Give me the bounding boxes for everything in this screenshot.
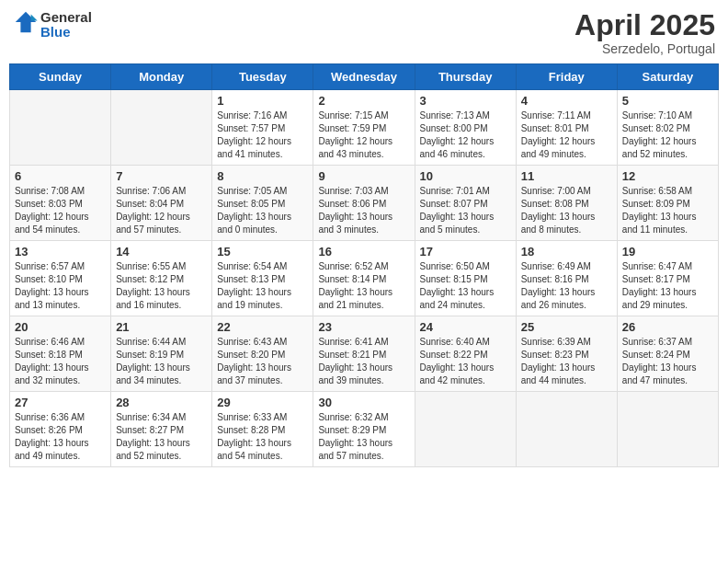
day-number: 27 (15, 396, 106, 409)
calendar-week-row: 20Sunrise: 6:46 AM Sunset: 8:18 PM Dayli… (10, 316, 719, 392)
day-info: Sunrise: 7:00 AM Sunset: 8:08 PM Dayligh… (521, 185, 612, 236)
calendar-cell (10, 90, 111, 166)
calendar-cell: 29Sunrise: 6:33 AM Sunset: 8:28 PM Dayli… (212, 392, 313, 467)
calendar-header-row: SundayMondayTuesdayWednesdayThursdayFrid… (10, 64, 719, 90)
day-info: Sunrise: 6:36 AM Sunset: 8:26 PM Dayligh… (15, 411, 106, 463)
weekday-header-tuesday: Tuesday (212, 64, 313, 90)
day-number: 7 (116, 169, 207, 183)
logo: General Blue (13, 9, 92, 40)
day-info: Sunrise: 6:32 AM Sunset: 8:29 PM Dayligh… (318, 411, 409, 463)
day-number: 15 (217, 245, 308, 259)
calendar-cell: 27Sunrise: 6:36 AM Sunset: 8:26 PM Dayli… (10, 392, 111, 467)
calendar-cell: 12Sunrise: 6:58 AM Sunset: 8:09 PM Dayli… (617, 166, 718, 241)
day-info: Sunrise: 6:55 AM Sunset: 8:12 PM Dayligh… (116, 260, 207, 312)
day-number: 2 (318, 94, 409, 108)
calendar-cell: 30Sunrise: 6:32 AM Sunset: 8:29 PM Dayli… (313, 392, 415, 467)
day-number: 30 (318, 396, 409, 409)
weekday-header-saturday: Saturday (617, 64, 718, 90)
day-number: 1 (217, 94, 308, 108)
day-info: Sunrise: 6:33 AM Sunset: 8:28 PM Dayligh… (217, 411, 308, 463)
calendar-cell: 15Sunrise: 6:54 AM Sunset: 8:13 PM Dayli… (212, 241, 313, 316)
day-info: Sunrise: 6:44 AM Sunset: 8:19 PM Dayligh… (116, 336, 207, 387)
day-number: 9 (318, 169, 409, 183)
day-number: 3 (420, 94, 511, 108)
calendar-cell: 19Sunrise: 6:47 AM Sunset: 8:17 PM Dayli… (617, 241, 718, 316)
day-number: 10 (420, 169, 511, 183)
day-number: 12 (622, 169, 713, 183)
day-info: Sunrise: 7:16 AM Sunset: 7:57 PM Dayligh… (217, 109, 308, 161)
svg-marker-0 (16, 12, 36, 32)
day-number: 23 (318, 320, 409, 334)
day-info: Sunrise: 7:01 AM Sunset: 8:07 PM Dayligh… (420, 185, 511, 236)
day-info: Sunrise: 6:47 AM Sunset: 8:17 PM Dayligh… (622, 260, 713, 312)
calendar-cell: 20Sunrise: 6:46 AM Sunset: 8:18 PM Dayli… (10, 316, 111, 392)
day-number: 5 (622, 94, 713, 108)
day-info: Sunrise: 6:46 AM Sunset: 8:18 PM Dayligh… (15, 336, 106, 387)
day-info: Sunrise: 7:10 AM Sunset: 8:02 PM Dayligh… (622, 109, 713, 161)
calendar-cell: 23Sunrise: 6:41 AM Sunset: 8:21 PM Dayli… (313, 316, 415, 392)
calendar-table: SundayMondayTuesdayWednesdayThursdayFrid… (9, 63, 719, 467)
logo-icon (13, 9, 39, 35)
logo-text-blue: Blue (40, 25, 92, 40)
day-number: 18 (521, 245, 612, 259)
weekday-header-thursday: Thursday (415, 64, 516, 90)
day-info: Sunrise: 7:05 AM Sunset: 8:05 PM Dayligh… (217, 185, 308, 236)
day-info: Sunrise: 7:08 AM Sunset: 8:03 PM Dayligh… (15, 185, 106, 236)
calendar-cell: 13Sunrise: 6:57 AM Sunset: 8:10 PM Dayli… (10, 241, 111, 316)
day-number: 8 (217, 169, 308, 183)
calendar-week-row: 27Sunrise: 6:36 AM Sunset: 8:26 PM Dayli… (10, 392, 719, 467)
day-number: 13 (15, 245, 106, 259)
day-info: Sunrise: 6:52 AM Sunset: 8:14 PM Dayligh… (318, 260, 409, 312)
day-number: 17 (420, 245, 511, 259)
day-info: Sunrise: 6:54 AM Sunset: 8:13 PM Dayligh… (217, 260, 308, 312)
calendar-cell: 22Sunrise: 6:43 AM Sunset: 8:20 PM Dayli… (212, 316, 313, 392)
calendar-week-row: 1Sunrise: 7:16 AM Sunset: 7:57 PM Daylig… (10, 90, 719, 166)
day-number: 14 (116, 245, 207, 259)
calendar-week-row: 6Sunrise: 7:08 AM Sunset: 8:03 PM Daylig… (10, 166, 719, 241)
calendar-cell: 3Sunrise: 7:13 AM Sunset: 8:00 PM Daylig… (415, 90, 516, 166)
day-info: Sunrise: 6:41 AM Sunset: 8:21 PM Dayligh… (318, 336, 409, 387)
day-info: Sunrise: 7:03 AM Sunset: 8:06 PM Dayligh… (318, 185, 409, 236)
location-subtitle: Serzedelo, Portugal (574, 41, 715, 56)
calendar-cell: 4Sunrise: 7:11 AM Sunset: 8:01 PM Daylig… (516, 90, 617, 166)
day-number: 22 (217, 320, 308, 334)
calendar-cell: 10Sunrise: 7:01 AM Sunset: 8:07 PM Dayli… (415, 166, 516, 241)
calendar-cell: 17Sunrise: 6:50 AM Sunset: 8:15 PM Dayli… (415, 241, 516, 316)
day-info: Sunrise: 6:39 AM Sunset: 8:23 PM Dayligh… (521, 336, 612, 387)
calendar-cell: 25Sunrise: 6:39 AM Sunset: 8:23 PM Dayli… (516, 316, 617, 392)
day-number: 29 (217, 396, 308, 409)
calendar-cell: 6Sunrise: 7:08 AM Sunset: 8:03 PM Daylig… (10, 166, 111, 241)
calendar-cell (111, 90, 212, 166)
calendar-cell: 9Sunrise: 7:03 AM Sunset: 8:06 PM Daylig… (313, 166, 415, 241)
day-info: Sunrise: 6:49 AM Sunset: 8:16 PM Dayligh… (521, 260, 612, 312)
day-number: 6 (15, 169, 106, 183)
month-title: April 2025 (574, 9, 715, 41)
day-number: 26 (622, 320, 713, 334)
calendar-cell (415, 392, 516, 467)
day-info: Sunrise: 6:57 AM Sunset: 8:10 PM Dayligh… (15, 260, 106, 312)
calendar-cell (617, 392, 718, 467)
calendar-cell: 24Sunrise: 6:40 AM Sunset: 8:22 PM Dayli… (415, 316, 516, 392)
day-info: Sunrise: 6:50 AM Sunset: 8:15 PM Dayligh… (420, 260, 511, 312)
calendar-cell: 18Sunrise: 6:49 AM Sunset: 8:16 PM Dayli… (516, 241, 617, 316)
calendar-week-row: 13Sunrise: 6:57 AM Sunset: 8:10 PM Dayli… (10, 241, 719, 316)
day-number: 28 (116, 396, 207, 409)
calendar-cell: 21Sunrise: 6:44 AM Sunset: 8:19 PM Dayli… (111, 316, 212, 392)
calendar-cell (516, 392, 617, 467)
svg-marker-1 (31, 15, 38, 21)
day-number: 4 (521, 94, 612, 108)
calendar-cell: 14Sunrise: 6:55 AM Sunset: 8:12 PM Dayli… (111, 241, 212, 316)
calendar-cell: 28Sunrise: 6:34 AM Sunset: 8:27 PM Dayli… (111, 392, 212, 467)
day-number: 21 (116, 320, 207, 334)
day-info: Sunrise: 7:11 AM Sunset: 8:01 PM Dayligh… (521, 109, 612, 161)
day-info: Sunrise: 7:13 AM Sunset: 8:00 PM Dayligh… (420, 109, 511, 161)
day-number: 19 (622, 245, 713, 259)
calendar-cell: 7Sunrise: 7:06 AM Sunset: 8:04 PM Daylig… (111, 166, 212, 241)
page-header: General Blue April 2025 Serzedelo, Portu… (9, 9, 719, 56)
day-number: 24 (420, 320, 511, 334)
logo-text-general: General (40, 10, 92, 26)
calendar-cell: 1Sunrise: 7:16 AM Sunset: 7:57 PM Daylig… (212, 90, 313, 166)
calendar-cell: 8Sunrise: 7:05 AM Sunset: 8:05 PM Daylig… (212, 166, 313, 241)
day-info: Sunrise: 6:43 AM Sunset: 8:20 PM Dayligh… (217, 336, 308, 387)
calendar-cell: 11Sunrise: 7:00 AM Sunset: 8:08 PM Dayli… (516, 166, 617, 241)
